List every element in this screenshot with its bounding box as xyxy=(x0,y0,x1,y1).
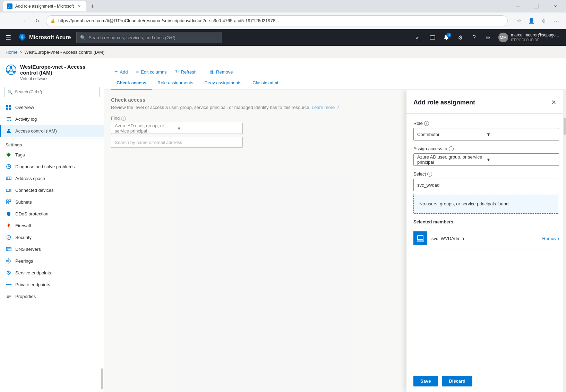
sidebar-item-private-endpoints[interactable]: Private endpoints xyxy=(0,279,104,290)
sidebar-item-dns[interactable]: DNS servers xyxy=(0,243,104,255)
feedback-button[interactable]: ☺ xyxy=(482,31,494,44)
sidebar-item-label-iam: Access control (IAM) xyxy=(15,128,57,134)
cloud-shell-button[interactable]: >_ xyxy=(412,31,425,44)
resource-title: WestEurope-vnet - Access control (IAM) xyxy=(6,64,98,76)
security-icon xyxy=(6,234,12,240)
refresh-button[interactable]: ↻ xyxy=(32,15,43,26)
sidebar-item-diagnose[interactable]: Diagnose and solve problems xyxy=(0,161,104,172)
select-label: Select i xyxy=(413,171,559,177)
tab-deny-assignments[interactable]: Deny assignments xyxy=(199,77,247,90)
sidebar-search-container[interactable]: 🔍 xyxy=(4,87,100,97)
emoji-icon[interactable]: ☺ xyxy=(538,15,549,26)
svg-point-48 xyxy=(8,284,9,285)
sidebar-item-subnets[interactable]: Subnets xyxy=(0,196,104,208)
azure-logo: Microsoft Azure xyxy=(18,33,71,42)
hamburger-menu[interactable]: ☰ xyxy=(4,32,12,43)
svg-rect-53 xyxy=(417,240,424,242)
maximize-button[interactable]: ⬜ xyxy=(529,1,544,11)
panel-scrollbar-thumb[interactable] xyxy=(564,118,566,135)
member-name: svc_WVDAdmin xyxy=(431,236,538,241)
tab-check-access[interactable]: Check access xyxy=(111,77,152,90)
role-info-icon[interactable]: i xyxy=(424,121,429,126)
sidebar-item-firewall[interactable]: Firewall xyxy=(0,220,104,231)
sidebar-header: WestEurope-vnet - Access control (IAM) V… xyxy=(0,58,104,84)
selected-members-section: Selected members: svc_WVDAdmin Remove xyxy=(413,219,559,248)
browser-tab[interactable]: A Add role assignment - Microsoft ✕ xyxy=(3,1,86,11)
svg-rect-32 xyxy=(9,200,11,202)
sidebar-item-peerings[interactable]: Peerings xyxy=(0,255,104,267)
svg-rect-52 xyxy=(418,236,423,240)
browser-nav-icons: ☆ 👤 ☺ ⋯ xyxy=(513,15,562,26)
cloud-shell-icon: >_ xyxy=(416,35,421,40)
sidebar-item-iam[interactable]: Access control (IAM) xyxy=(0,125,104,137)
select-input-container[interactable] xyxy=(413,179,559,191)
azure-logo-text: Microsoft Azure xyxy=(29,34,71,41)
settings-icon: ⚙ xyxy=(458,34,463,41)
add-button[interactable]: + Add xyxy=(111,67,131,77)
sidebar-item-label-service-endpoints: Service endpoints xyxy=(15,270,51,275)
profile-icon[interactable]: 👤 xyxy=(526,15,537,26)
member-remove-button[interactable]: Remove xyxy=(542,236,559,241)
tab-classic-admin[interactable]: Classic admi... xyxy=(247,77,288,90)
add-role-panel: Add role assignment ✕ Role i xyxy=(406,90,566,392)
breadcrumb-current: WestEurope-vnet - Access control (IAM) xyxy=(24,50,104,55)
content-header: + Add ≡ Edit columns ↻ Refresh xyxy=(104,58,566,90)
svg-point-40 xyxy=(8,258,9,260)
sidebar-item-security[interactable]: Security xyxy=(0,231,104,243)
menu-icon[interactable]: ⋯ xyxy=(551,15,562,26)
forward-button[interactable]: → xyxy=(18,15,29,26)
svg-text:A: A xyxy=(8,5,11,8)
directory-button[interactable] xyxy=(426,31,439,44)
settings-button[interactable]: ⚙ xyxy=(454,31,466,44)
select-input[interactable] xyxy=(417,182,555,188)
no-results-box: No users, groups, or service principals … xyxy=(413,194,559,214)
panel-close-button[interactable]: ✕ xyxy=(548,97,559,108)
help-button[interactable]: ? xyxy=(468,31,480,44)
peerings-icon xyxy=(6,258,12,264)
sidebar-item-connected-devices[interactable]: Connected devices xyxy=(0,184,104,196)
tab-title: Add role assignment - Microsoft xyxy=(15,4,74,9)
svg-rect-49 xyxy=(7,295,11,296)
save-button[interactable]: Save xyxy=(413,376,438,386)
profile-menu[interactable]: MM marcel.meurer@sepago... ITPROCLOUD.DE xyxy=(496,31,562,44)
tab-role-assignments[interactable]: Role assignments xyxy=(152,77,199,90)
sidebar-item-properties[interactable]: Properties xyxy=(0,290,104,302)
minimize-button[interactable]: — xyxy=(510,1,526,11)
svg-rect-51 xyxy=(7,297,9,298)
sidebar-item-label-tags: Tags xyxy=(15,152,25,157)
role-select[interactable]: Contributor ▼ xyxy=(413,128,559,140)
sidebar-scrollbar-thumb[interactable] xyxy=(101,368,103,389)
remove-icon: 🗑 xyxy=(209,69,214,75)
sidebar-item-activity-log[interactable]: Activity log xyxy=(0,113,104,125)
role-label: Role i xyxy=(413,121,559,126)
back-button[interactable]: ← xyxy=(4,15,15,26)
svg-rect-23 xyxy=(6,177,11,180)
notifications-button[interactable]: 3 xyxy=(440,31,453,44)
sidebar-item-overview[interactable]: Overview xyxy=(0,101,104,113)
discard-button[interactable]: Discard xyxy=(442,376,472,386)
member-icon xyxy=(413,231,427,245)
tab-close-button[interactable]: ✕ xyxy=(77,3,82,9)
sidebar-item-tags[interactable]: Tags xyxy=(0,149,104,161)
remove-button[interactable]: 🗑 Remove xyxy=(206,67,236,77)
global-search[interactable]: 🔍 Search resources, services, and docs (… xyxy=(76,32,222,43)
assign-access-info-icon[interactable]: i xyxy=(449,146,454,151)
address-bar[interactable]: 🔒 https://portal.azure.com/#@ITProCloud.… xyxy=(46,15,508,26)
sidebar-item-ddos[interactable]: DDoS protection xyxy=(0,208,104,220)
sidebar-item-address-space[interactable]: Address space xyxy=(0,172,104,184)
sidebar-item-service-endpoints[interactable]: Service endpoints xyxy=(0,267,104,279)
sidebar-item-label-subnets: Subnets xyxy=(15,199,32,205)
refresh-button-toolbar[interactable]: ↻ Refresh xyxy=(172,67,200,77)
edit-columns-button[interactable]: ≡ Edit columns xyxy=(132,67,170,77)
assign-access-select[interactable]: Azure AD user, group, or service princip… xyxy=(413,153,559,166)
star-icon[interactable]: ☆ xyxy=(513,15,524,26)
assign-access-field: Assign access to i Azure AD user, group,… xyxy=(413,146,559,166)
breadcrumb-home[interactable]: Home xyxy=(6,50,18,55)
new-tab-button[interactable]: + xyxy=(88,1,97,11)
select-info-icon[interactable]: i xyxy=(427,172,432,177)
properties-icon xyxy=(6,293,12,299)
sidebar-search-input[interactable] xyxy=(15,90,96,94)
sidebar-nav: Overview Activity log Access xyxy=(0,100,104,392)
close-button[interactable]: ✕ xyxy=(547,1,563,11)
firewall-icon xyxy=(6,222,12,229)
